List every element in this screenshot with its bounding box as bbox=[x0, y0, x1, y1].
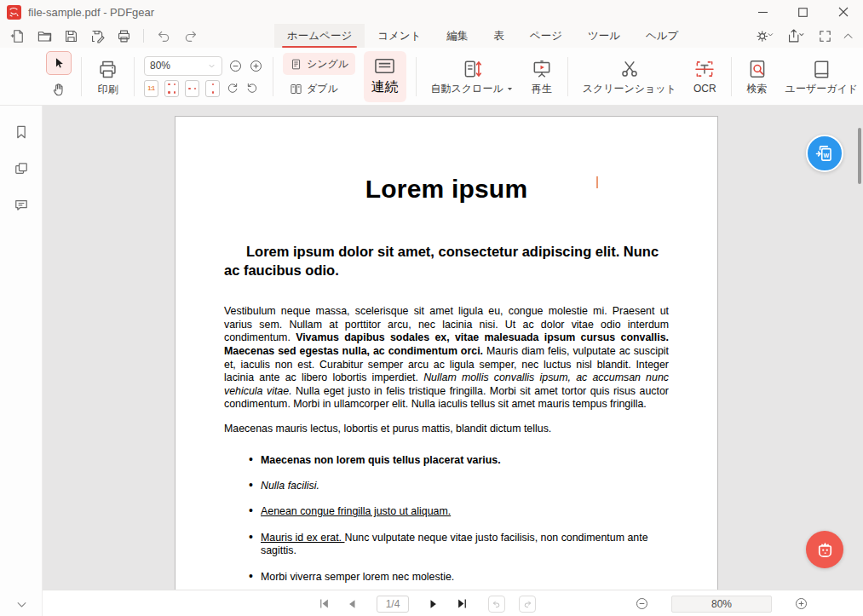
tab-table[interactable]: 表 bbox=[480, 24, 517, 48]
auto-scroll-button[interactable]: 自動スクロール bbox=[426, 56, 519, 96]
text-cursor-mark bbox=[596, 176, 598, 188]
auto-scroll-label: 自動スクロール bbox=[431, 83, 503, 95]
pdf-page: Lorem ipsum Lorem ipsum dolor sit amet, … bbox=[175, 116, 718, 590]
doc-paragraph-2: Maecenas mauris lectus, lobortis et puru… bbox=[224, 423, 669, 436]
print-button[interactable]: 印刷 bbox=[91, 56, 124, 97]
rotate-left-button[interactable] bbox=[245, 82, 259, 95]
ocr-button[interactable]: OCR bbox=[688, 56, 722, 96]
search-button[interactable]: 検索 bbox=[741, 56, 774, 96]
window-title: file-sample.pdf - PDFgear bbox=[28, 6, 154, 19]
bottom-zoom-in-button[interactable] bbox=[794, 596, 808, 611]
previous-view-button[interactable] bbox=[488, 596, 505, 613]
user-guide-label: ユーザーガイド bbox=[785, 83, 858, 95]
next-page-button[interactable] bbox=[425, 595, 442, 613]
bullet-item: Morbi viverra semper lorem nec molestie. bbox=[224, 571, 669, 584]
next-view-button[interactable] bbox=[519, 596, 536, 613]
tab-comment[interactable]: コメント bbox=[365, 24, 434, 48]
divider bbox=[567, 57, 568, 96]
share-button[interactable] bbox=[785, 26, 810, 46]
actual-size-button[interactable]: 1:1 bbox=[144, 80, 158, 97]
single-page-label: シングル bbox=[307, 57, 348, 72]
undo-button[interactable] bbox=[154, 26, 173, 45]
rotate-right-button[interactable] bbox=[226, 82, 239, 95]
collapse-ribbon-button[interactable] bbox=[840, 26, 856, 46]
redo-button[interactable] bbox=[181, 26, 199, 45]
divider bbox=[143, 29, 144, 43]
bullet-item: Maecenas non lorem quis tellus placerat … bbox=[224, 454, 669, 467]
close-button[interactable] bbox=[823, 0, 863, 24]
bullet-item: Nulla facilisi. bbox=[224, 480, 669, 492]
bottom-zoom-value[interactable]: 80% bbox=[671, 596, 772, 613]
fullscreen-button[interactable] bbox=[816, 26, 834, 46]
tab-edit[interactable]: 編集 bbox=[434, 24, 480, 48]
minimize-button[interactable] bbox=[743, 0, 783, 24]
tab-home[interactable]: ホームページ bbox=[274, 24, 365, 48]
svg-text:W: W bbox=[824, 153, 830, 158]
bookmarks-panel-button[interactable] bbox=[11, 122, 32, 142]
ribbon-tabs: ホームページ コメント 編集 表 ページ ツール ヘルプ bbox=[274, 24, 691, 48]
two-page-label: ダブル bbox=[307, 82, 338, 96]
play-label: 再生 bbox=[532, 83, 552, 95]
bullet-item: Aenean congue fringilla justo ut aliquam… bbox=[224, 505, 669, 518]
tab-page[interactable]: ページ bbox=[517, 24, 575, 48]
sidebar-collapse-button[interactable] bbox=[0, 598, 43, 611]
prev-page-button[interactable] bbox=[343, 595, 360, 613]
tab-tools[interactable]: ツール bbox=[575, 24, 633, 48]
tab-help[interactable]: ヘルプ bbox=[633, 24, 691, 48]
screenshot-button[interactable]: スクリーンショット bbox=[578, 56, 682, 96]
open-file-button[interactable] bbox=[35, 26, 54, 45]
fit-height-button[interactable] bbox=[205, 80, 220, 97]
doc-paragraph-1: Vestibulum neque massa, scelerisque sit … bbox=[224, 305, 669, 412]
fit-page-button[interactable] bbox=[164, 80, 179, 97]
divider bbox=[134, 57, 135, 96]
vertical-scrollbar[interactable] bbox=[858, 128, 861, 184]
fit-width-button[interactable] bbox=[185, 80, 199, 97]
quick-print-button[interactable] bbox=[114, 26, 133, 45]
ocr-label: OCR bbox=[693, 83, 716, 95]
search-label: 検索 bbox=[747, 83, 768, 95]
print-label: 印刷 bbox=[98, 83, 118, 95]
last-page-button[interactable] bbox=[453, 595, 470, 613]
convert-to-word-fab[interactable]: W bbox=[806, 135, 843, 172]
select-tool-button[interactable] bbox=[46, 51, 72, 75]
ai-assistant-fab[interactable] bbox=[806, 531, 843, 568]
divider bbox=[416, 57, 417, 96]
play-button[interactable]: 再生 bbox=[526, 56, 558, 96]
new-file-button[interactable] bbox=[9, 26, 27, 45]
divider bbox=[81, 57, 82, 96]
maximize-button[interactable] bbox=[783, 0, 823, 24]
user-guide-button[interactable]: ユーザーガイド bbox=[780, 56, 863, 96]
bullet-item: Mauris id ex erat. Nunc vulputate neque … bbox=[224, 532, 669, 558]
first-page-button[interactable] bbox=[315, 595, 332, 613]
zoom-level-value: 80% bbox=[150, 60, 170, 72]
bottom-bar: 1/4 80% bbox=[43, 590, 863, 616]
document-area[interactable]: Lorem ipsum Lorem ipsum dolor sit amet, … bbox=[43, 106, 863, 590]
single-page-button[interactable]: シングル bbox=[283, 53, 355, 75]
page-indicator-input[interactable]: 1/4 bbox=[377, 596, 409, 613]
bottom-zoom-out-button[interactable] bbox=[635, 596, 649, 611]
continuous-button[interactable]: 連続 bbox=[364, 51, 406, 102]
menu-row: ホームページ コメント 編集 表 ページ ツール ヘルプ bbox=[0, 24, 863, 48]
doc-subtitle: Lorem ipsum dolor sit amet, consectetur … bbox=[224, 242, 669, 279]
divider bbox=[731, 57, 732, 96]
hand-tool-button[interactable] bbox=[46, 78, 72, 101]
doc-bullet-list: Maecenas non lorem quis tellus placerat … bbox=[224, 454, 669, 584]
continuous-label: 連続 bbox=[371, 78, 399, 96]
titlebar: file-sample.pdf - PDFgear bbox=[0, 0, 863, 24]
toolbar: 印刷 80% 1:1 bbox=[0, 48, 863, 106]
app-logo-icon bbox=[7, 5, 21, 20]
save-as-button[interactable] bbox=[88, 26, 106, 45]
divider bbox=[273, 57, 273, 96]
save-button[interactable] bbox=[61, 26, 80, 45]
doc-title: Lorem ipsum bbox=[175, 175, 717, 204]
zoom-level-select[interactable]: 80% bbox=[144, 56, 222, 76]
zoom-in-button[interactable] bbox=[249, 59, 263, 73]
two-page-button[interactable]: ダブル bbox=[283, 78, 355, 100]
comments-panel-button[interactable] bbox=[11, 195, 32, 216]
theme-button[interactable] bbox=[753, 26, 779, 46]
screenshot-label: スクリーンショット bbox=[583, 83, 676, 95]
zoom-out-button[interactable] bbox=[228, 59, 243, 73]
page-thumbnails-panel-button[interactable] bbox=[11, 158, 32, 179]
sidebar bbox=[0, 106, 43, 616]
pdfgear-window: file-sample.pdf - PDFgear bbox=[0, 0, 863, 616]
